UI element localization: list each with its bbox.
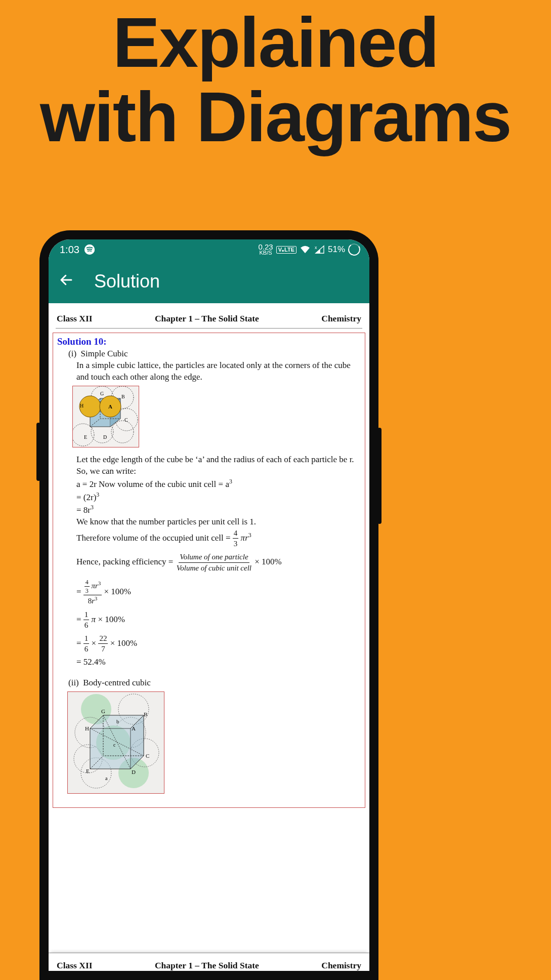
svg-text:B: B	[121, 394, 125, 399]
network-speed: 0.23 KB/S	[258, 243, 273, 256]
svg-text:A: A	[132, 725, 136, 731]
wifi-icon	[300, 245, 311, 254]
equation: = 16 π × 100%	[57, 609, 361, 631]
svg-text:B: B	[144, 711, 147, 717]
svg-text:x: x	[315, 245, 317, 250]
svg-text:a: a	[105, 775, 108, 781]
paragraph: In a simple cubic lattice, the particles…	[57, 360, 361, 383]
svg-text:G: G	[101, 708, 105, 714]
solution-title: Solution 10:	[57, 335, 361, 348]
phone-frame: 1:03 0.23 KB/S VₒLTE	[39, 230, 378, 980]
back-button[interactable]	[59, 271, 74, 292]
solution-box: Solution 10: (i) Simple Cubic In a simpl…	[53, 333, 365, 808]
promo-title: Explained with Diagrams	[0, 0, 551, 154]
svg-text:H: H	[80, 403, 83, 409]
equation: a = 2r Now volume of the cubic unit cell…	[57, 477, 361, 491]
paragraph: We know that the number particles per un…	[57, 516, 361, 528]
document-header: Class XII Chapter 1 – The Solid State Ch…	[49, 303, 369, 328]
spotify-icon	[84, 244, 95, 255]
signal-icon: x	[314, 245, 325, 254]
doc-header-center: Chapter 1 – The Solid State	[155, 313, 259, 324]
equation: = 43 πr3 8r3 × 100%	[57, 578, 361, 606]
doc-footer-right: Chemistry	[321, 960, 361, 971]
bcc-diagram: G B H A C E D b c a	[67, 691, 164, 794]
paragraph: Let the edge length of the cube be ‘a’ a…	[57, 454, 361, 466]
doc-footer-left: Class XII	[57, 960, 93, 971]
app-bar-title: Solution	[94, 271, 160, 292]
equation: = 52.4%	[57, 657, 361, 668]
phone-side-button-left	[36, 423, 40, 481]
item2-name: Body-centred cubic	[83, 678, 151, 687]
equation: = 16 × 227 × 100%	[57, 633, 361, 655]
svg-text:C: C	[146, 753, 149, 759]
phone-side-button-right	[377, 428, 382, 524]
battery-ring-icon	[347, 242, 361, 257]
device-screen: 1:03 0.23 KB/S VₒLTE	[49, 239, 369, 971]
header-divider	[56, 328, 362, 329]
doc-header-right: Chemistry	[321, 313, 361, 324]
svg-text:A: A	[108, 403, 112, 410]
list-marker-ii: (ii)	[68, 678, 79, 687]
equation: = (2r)3	[57, 491, 361, 504]
svg-text:E: E	[86, 768, 90, 774]
svg-text:H: H	[85, 725, 89, 731]
doc-footer-center: Chapter 1 – The Solid State	[155, 960, 259, 971]
svg-text:C: C	[124, 417, 128, 423]
svg-text:b: b	[116, 719, 119, 724]
svg-text:c: c	[113, 742, 116, 748]
app-bar: Solution	[49, 260, 369, 303]
volte-badge: VₒLTE	[276, 246, 296, 254]
list-marker-i: (i)	[68, 349, 76, 358]
svg-text:G: G	[100, 391, 104, 396]
item1-name: Simple Cubic	[81, 349, 128, 358]
equation: = 8r3	[57, 503, 361, 516]
status-bar: 1:03 0.23 KB/S VₒLTE	[49, 239, 369, 260]
status-time: 1:03	[60, 244, 79, 256]
equation: Hence, packing efficiency = Volume of on…	[57, 552, 361, 573]
simple-cubic-diagram: G B H A C E D	[72, 386, 139, 447]
equation: Therefore volume of the occupied unit ce…	[57, 528, 361, 549]
svg-text:D: D	[132, 769, 136, 775]
doc-header-left: Class XII	[57, 313, 93, 324]
svg-text:E: E	[84, 434, 87, 440]
document-footer: Class XII Chapter 1 – The Solid State Ch…	[49, 953, 369, 971]
paragraph: So, we can write:	[57, 466, 361, 477]
document-viewer[interactable]: Class XII Chapter 1 – The Solid State Ch…	[49, 303, 369, 971]
battery-percent: 51%	[328, 244, 345, 255]
svg-text:D: D	[103, 434, 107, 440]
arrow-left-icon	[59, 272, 74, 288]
